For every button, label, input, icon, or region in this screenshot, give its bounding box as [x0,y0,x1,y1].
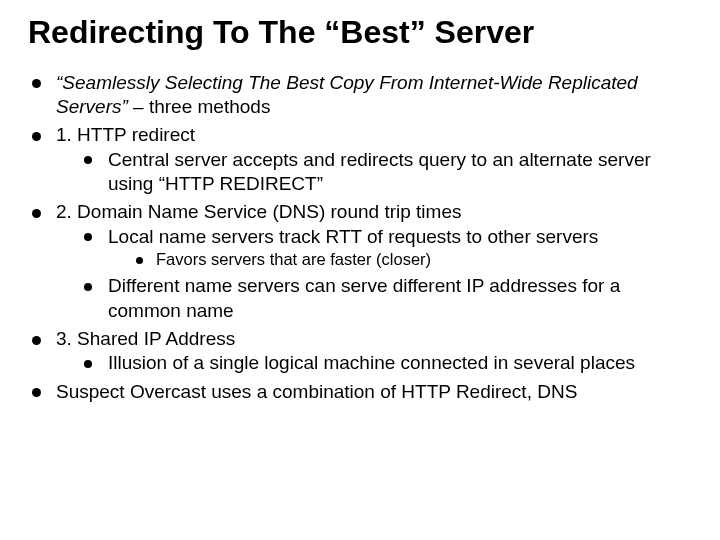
bullet-text: Local name servers track RTT of requests… [108,226,598,247]
bullet-item: Suspect Overcast uses a combination of H… [28,380,696,404]
bullet-text: 1. HTTP redirect [56,124,195,145]
bullet-text: Central server accepts and redirects que… [108,149,651,194]
bullet-item: Illusion of a single logical machine con… [80,351,696,375]
bullet-text: Favors servers that are faster (closer) [156,250,431,268]
bullet-text: Different name servers can serve differe… [108,275,620,320]
bullet-item: Central server accepts and redirects que… [80,148,696,197]
bullet-text: 2. Domain Name Service (DNS) round trip … [56,201,461,222]
bullet-sublist: Illusion of a single logical machine con… [80,351,696,375]
bullet-item: “Seamlessly Selecting The Best Copy From… [28,71,696,120]
bullet-list: “Seamlessly Selecting The Best Copy From… [28,71,696,404]
bullet-text: 3. Shared IP Address [56,328,235,349]
bullet-text: Suspect Overcast uses a combination of H… [56,381,577,402]
bullet-item: 2. Domain Name Service (DNS) round trip … [28,200,696,323]
bullet-item: Local name servers track RTT of requests… [80,225,696,271]
bullet-item: Favors servers that are faster (closer) [132,249,696,270]
bullet-sublist: Local name servers track RTT of requests… [80,225,696,323]
bullet-item: 1. HTTP redirect Central server accepts … [28,123,696,196]
slide: Redirecting To The “Best” Server “Seamle… [0,0,720,540]
bullet-text: – three methods [128,96,271,117]
bullet-sublist: Central server accepts and redirects que… [80,148,696,197]
bullet-item: 3. Shared IP Address Illusion of a singl… [28,327,696,376]
bullet-item: Different name servers can serve differe… [80,274,696,323]
bullet-text: Illusion of a single logical machine con… [108,352,635,373]
slide-title: Redirecting To The “Best” Server [28,14,668,51]
bullet-sublist: Favors servers that are faster (closer) [132,249,696,270]
